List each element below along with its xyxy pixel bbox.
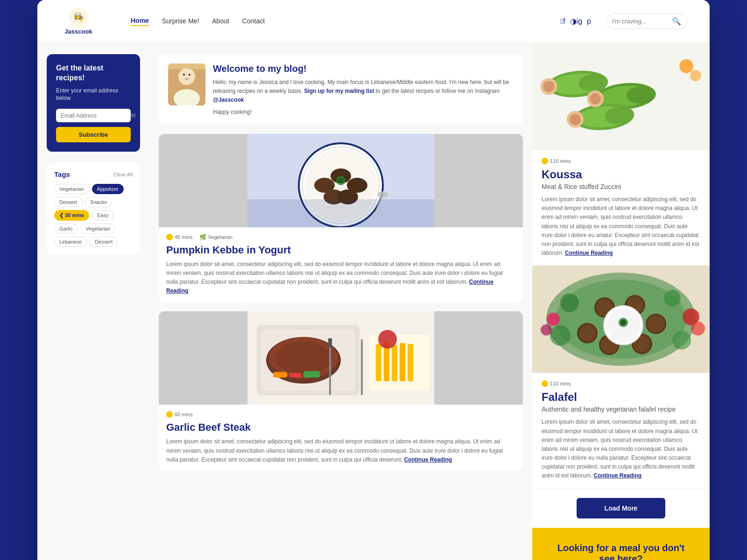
tag-vegetarian-2[interactable]: Vegetarian [81,224,116,234]
right-recipe-title-falafel: Falafel [542,391,700,404]
tag-vegetarian-1[interactable]: Vegetarian [54,184,89,194]
load-more-section: Load More [532,489,710,528]
instagram-icon[interactable]: ◑ig [570,17,582,26]
time-icon-falafel [542,380,548,387]
continue-reading-falafel[interactable]: Continue Reading [593,472,641,479]
recipe-tag-kebbe: 🌿 Vegetarian [199,234,233,240]
newsletter-subtitle: Enter your email address below [56,87,131,103]
kebbe-food-art [159,134,523,227]
load-more-button[interactable]: Load More [577,498,666,518]
right-recipe-title-koussa: Koussa [542,168,700,181]
nav-home[interactable]: Home [131,17,149,26]
continue-reading-kebbe[interactable]: Continue Reading [166,279,493,294]
svg-point-5 [183,74,185,76]
svg-point-6 [189,74,190,76]
right-recipe-falafel: 110 mins Falafel Authentic and healthy v… [532,266,710,488]
recipe-desc-steak: Lorem ipsum dolor sit amet, consectetur … [166,437,515,464]
newsletter-email-input[interactable] [61,112,131,119]
svg-rect-33 [376,344,381,381]
newsletter-card: Get the latest recipes! Enter your email… [47,54,140,152]
recipe-title-steak: Garlic Beef Steak [166,421,515,434]
tag-lebanese[interactable]: Lebanese [54,237,87,247]
svg-text:👩‍🍳: 👩‍🍳 [73,12,84,22]
facebook-icon[interactable]: f [560,17,565,26]
tag-dessert-2[interactable]: Dessert [90,237,118,247]
main-nav: Home Surprise Me! About Contact [131,17,545,26]
right-recipe-desc-falafel: Lorem ipsum dolor sit amet, consectetur … [542,418,700,480]
tag-garlic[interactable]: Garlic [54,224,78,234]
svg-rect-30 [289,373,301,378]
header: 👩‍🍳 Jasscook Home Surprise Me! About Con… [37,0,710,43]
sidebar: Get the latest recipes! Enter your email… [37,43,149,560]
right-recipe-subtitle-falafel: Authentic and healthy vegetarian falafel… [542,406,700,413]
recipe-time-kebbe: 45 mins [166,234,193,240]
tag-30mins[interactable]: ❮ 30 mins [54,210,89,221]
pinterest-icon[interactable]: p [587,17,591,26]
svg-point-60 [690,70,701,81]
search-input[interactable] [612,18,668,25]
recipe-meta-steak: 60 mins [166,411,515,418]
right-recipe-subtitle-koussa: Meat & Rice stuffed Zuccini [542,183,700,190]
center-feed: Welcome to my blog! Hello, my name is Je… [149,43,532,560]
tag-dessert-1[interactable]: Dessert [54,197,82,207]
recipe-info-steak: 60 mins Garlic Beef Steak Lorem ipsum do… [159,405,523,471]
koussa-food-art [532,43,710,150]
recipe-card-steak: 60 mins Garlic Beef Steak Lorem ipsum do… [159,311,523,471]
recipe-image-steak [159,311,523,405]
nav-contact[interactable]: Contact [242,17,265,26]
svg-point-66 [664,290,681,307]
tags-title: Tags [54,170,70,178]
instagram-link[interactable]: @Jasscook [213,97,244,103]
right-recipe-info-falafel: 110 mins Falafel Authentic and healthy v… [532,373,710,488]
time-icon-steak [166,411,173,418]
recipe-title-kebbe: Pumpkin Kebbe in Yogurt [166,244,515,256]
svg-rect-41 [361,339,363,395]
svg-rect-31 [303,371,320,378]
steak-food-art [159,311,523,405]
email-input-wrapper: ✉ [56,109,131,122]
right-recipe-info-koussa: 110 mins Koussa Meat & Rice stuffed Zucc… [532,150,710,265]
right-recipe-img-koussa [532,43,710,150]
tag-easy[interactable]: Easy [92,210,113,221]
main-content: Get the latest recipes! Enter your email… [37,43,710,560]
right-recipe-img-falafel [532,266,710,373]
nav-about[interactable]: About [212,17,229,26]
svg-point-59 [679,59,693,73]
logo-area[interactable]: 👩‍🍳 Jasscook [60,7,97,35]
mailing-list-link[interactable]: Sign up for my mailing list [304,88,374,94]
subscribe-button[interactable]: Subscribe [56,127,131,142]
recipe-time-steak: 60 mins [166,411,193,418]
svg-point-21 [377,191,388,198]
svg-point-38 [378,330,397,349]
tag-snacks[interactable]: Snacks [85,197,112,207]
continue-reading-koussa[interactable]: Continue Reading [565,250,613,256]
recipe-meta-kebbe: 45 mins 🌿 Vegetarian [166,234,515,240]
welcome-title: Welcome to my blog! [213,63,514,74]
svg-point-28 [275,342,331,374]
svg-rect-35 [392,345,397,381]
falafel-food-art [532,266,710,373]
footer-cta-title: Looking for a meal you don't see here? [551,543,691,560]
svg-rect-7 [168,63,205,69]
svg-point-86 [691,322,705,336]
recipe-card-kebbe: 45 mins 🌿 Vegetarian Pumpkin Kebbe in Yo… [159,134,523,302]
continue-reading-steak[interactable]: Continue Reading [404,456,452,463]
svg-point-87 [547,313,560,326]
welcome-card: Welcome to my blog! Hello, my name is Je… [159,54,523,125]
recipe-meta-falafel: 110 mins [542,380,700,387]
logo-icon: 👩‍🍳 [69,7,88,27]
svg-point-67 [550,325,571,346]
svg-point-19 [338,178,344,183]
right-recipe-koussa: 110 mins Koussa Meat & Rice stuffed Zucc… [532,43,710,266]
welcome-content: Welcome to my blog! Hello, my name is Je… [213,63,514,115]
svg-rect-29 [273,372,287,378]
tag-appetizer[interactable]: Appetizer [92,184,124,194]
nav-surprise[interactable]: Surprise Me! [162,17,199,26]
tags-section: Tags Clear All Vegetarian Appetizer Dess… [47,163,140,254]
svg-rect-36 [400,343,405,381]
email-icon: ✉ [131,112,136,119]
clear-all-button[interactable]: Clear All [113,172,133,177]
search-bar[interactable]: 🔍 [606,14,687,29]
footer-cta: Looking for a meal you don't see here? S… [532,528,710,560]
welcome-footer: Happy cooking! [213,109,514,115]
